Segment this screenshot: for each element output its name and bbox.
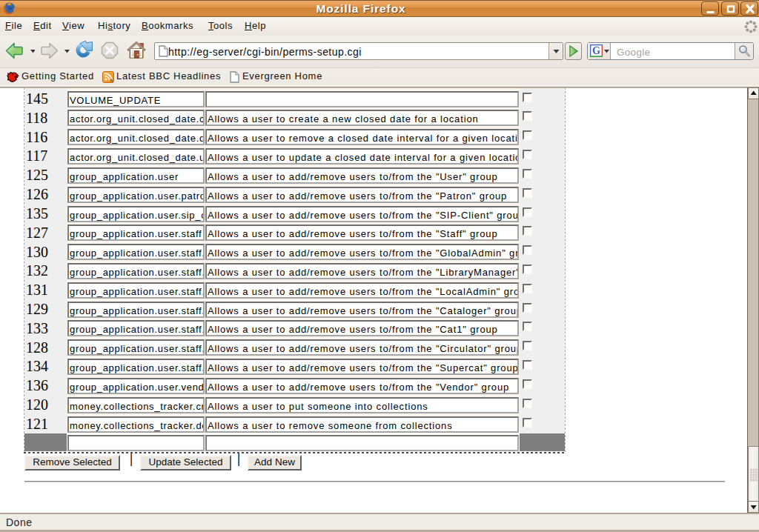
svg-text:G: G	[592, 45, 600, 56]
